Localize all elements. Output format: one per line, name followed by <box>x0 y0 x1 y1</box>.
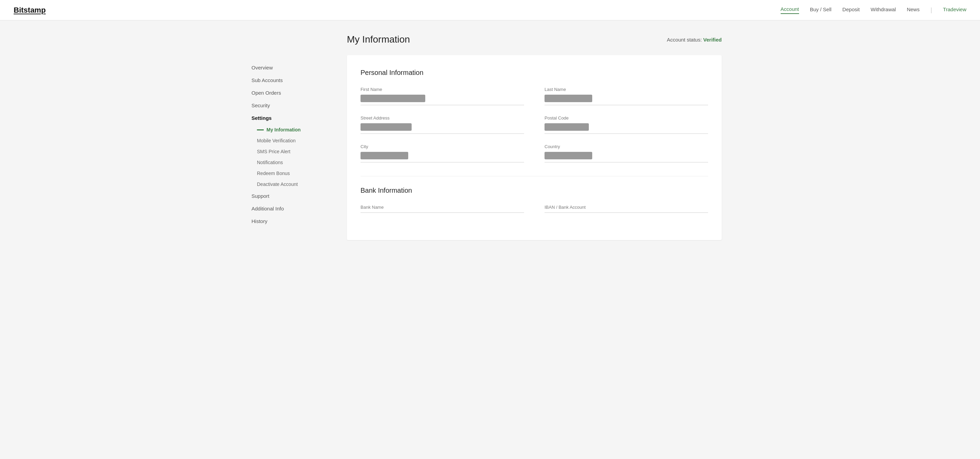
bank-name-label: Bank Name <box>361 205 524 210</box>
page-title: My Information <box>347 34 410 45</box>
nav-withdrawal[interactable]: Withdrawal <box>870 6 896 14</box>
street-address-value-bar <box>361 123 412 131</box>
main-nav: Account Buy / Sell Deposit Withdrawal Ne… <box>781 6 966 14</box>
sidebar-item-deactivate-account[interactable]: Deactivate Account <box>257 179 333 190</box>
country-label: Country <box>544 144 708 149</box>
personal-info-grid: First Name Last Name Street Address <box>361 87 708 162</box>
sidebar: Overview Sub Accounts Open Orders Securi… <box>245 34 333 240</box>
last-name-label: Last Name <box>544 87 708 92</box>
country-value-bar <box>544 152 592 159</box>
postal-code-field: Postal Code <box>544 116 708 134</box>
sidebar-item-open-orders[interactable]: Open Orders <box>245 86 333 99</box>
street-address-field: Street Address <box>361 116 524 134</box>
sidebar-item-support[interactable]: Support <box>245 190 333 202</box>
sidebar-item-additional-info[interactable]: Additional Info <box>245 202 333 215</box>
street-address-label: Street Address <box>361 116 524 121</box>
last-name-value-bar <box>544 95 592 102</box>
last-name-field: Last Name <box>544 87 708 105</box>
street-address-underline <box>361 133 524 134</box>
account-status: Account status: Verified <box>667 37 722 43</box>
nav-deposit[interactable]: Deposit <box>842 6 860 14</box>
my-information-indicator[interactable]: My Information <box>257 124 333 135</box>
iban-field: IBAN / Bank Account <box>544 205 708 213</box>
sidebar-settings-header: Settings <box>245 112 333 124</box>
active-bar <box>257 129 264 130</box>
account-status-label: Account status: <box>667 37 702 43</box>
account-status-value: Verified <box>703 37 722 43</box>
personal-info-title: Personal Information <box>361 69 708 76</box>
sidebar-item-sms-price-alert[interactable]: SMS Price Alert <box>257 146 333 157</box>
postal-code-label: Postal Code <box>544 116 708 121</box>
bank-name-field: Bank Name <box>361 205 524 213</box>
city-underline <box>361 162 524 162</box>
country-underline <box>544 162 708 162</box>
iban-underline <box>544 213 708 213</box>
sidebar-item-history[interactable]: History <box>245 215 333 227</box>
main-content: My Information Account status: Verified … <box>333 34 722 240</box>
header: Bitstamp Account Buy / Sell Deposit With… <box>0 0 980 21</box>
country-field: Country <box>544 144 708 162</box>
city-label: City <box>361 144 524 149</box>
sidebar-item-sub-accounts[interactable]: Sub Accounts <box>245 74 333 86</box>
sidebar-item-notifications[interactable]: Notifications <box>257 157 333 168</box>
first-name-value-bar <box>361 95 425 102</box>
bank-info-title: Bank Information <box>361 187 708 194</box>
first-name-field: First Name <box>361 87 524 105</box>
section-divider <box>361 176 708 176</box>
nav-news[interactable]: News <box>907 6 920 14</box>
logo[interactable]: Bitstamp <box>14 6 46 15</box>
nav-buy-sell[interactable]: Buy / Sell <box>810 6 831 14</box>
sidebar-settings-sub: My Information Mobile Verification SMS P… <box>245 124 333 190</box>
page-wrapper: Overview Sub Accounts Open Orders Securi… <box>245 21 735 254</box>
postal-code-underline <box>544 133 708 134</box>
bank-info-grid: Bank Name IBAN / Bank Account <box>361 205 708 213</box>
iban-label: IBAN / Bank Account <box>544 205 708 210</box>
city-field: City <box>361 144 524 162</box>
first-name-label: First Name <box>361 87 524 92</box>
sidebar-item-my-information[interactable]: My Information <box>266 124 301 135</box>
sidebar-item-mobile-verification[interactable]: Mobile Verification <box>257 135 333 146</box>
city-value-bar <box>361 152 408 159</box>
page-header: My Information Account status: Verified <box>347 34 722 45</box>
nav-divider: | <box>931 6 932 14</box>
first-name-underline <box>361 105 524 105</box>
last-name-underline <box>544 105 708 105</box>
nav-account[interactable]: Account <box>781 6 799 14</box>
info-card: Personal Information First Name Last Nam… <box>347 55 722 240</box>
sidebar-item-overview[interactable]: Overview <box>245 61 333 74</box>
sidebar-item-redeem-bonus[interactable]: Redeem Bonus <box>257 168 333 179</box>
nav-tradeview[interactable]: Tradeview <box>943 6 966 14</box>
sidebar-item-security[interactable]: Security <box>245 99 333 112</box>
postal-code-value-bar <box>544 123 589 131</box>
bank-name-underline <box>361 213 524 213</box>
